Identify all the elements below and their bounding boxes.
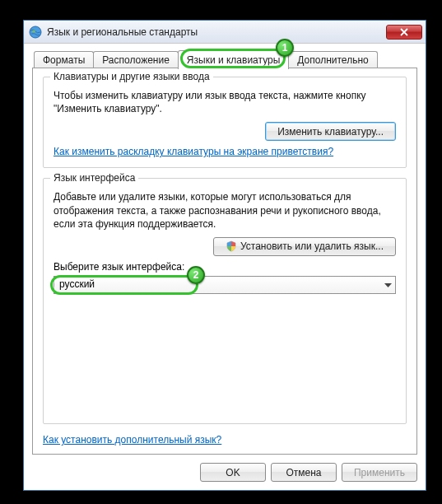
install-remove-language-button[interactable]: Установить или удалить язык... [213, 237, 396, 256]
ok-label: OK [226, 467, 240, 478]
group-ui-language: Язык интерфейса Добавьте или удалите язы… [43, 178, 407, 424]
install-remove-language-label: Установить или удалить язык... [240, 240, 384, 252]
apply-label: Применить [354, 467, 405, 478]
chevron-down-icon [384, 279, 392, 291]
group-keyboards-desc: Чтобы изменить клавиатуру или язык ввода… [54, 89, 396, 115]
change-keyboard-label: Изменить клавиатуру... [277, 126, 384, 138]
tab-panel: Клавиатуры и другие языки ввода Чтобы из… [32, 68, 417, 455]
shield-icon [226, 240, 237, 252]
annotation-badge-1: 1 [276, 39, 294, 57]
annotation-badge-2: 2 [187, 266, 205, 284]
cancel-button[interactable]: Отмена [271, 463, 337, 482]
ui-language-combobox[interactable]: русский [54, 276, 396, 294]
svg-point-0 [30, 26, 41, 38]
window-title: Язык и региональные стандарты [47, 26, 386, 38]
group-ui-language-legend: Язык интерфейса [50, 172, 138, 184]
group-keyboards: Клавиатуры и другие языки ввода Чтобы из… [43, 77, 407, 168]
group-ui-language-desc: Добавьте или удалите языки, которые могу… [54, 190, 396, 231]
tab-formats[interactable]: Форматы [34, 51, 94, 68]
change-keyboard-button[interactable]: Изменить клавиатуру... [265, 122, 396, 141]
close-button[interactable] [386, 25, 422, 40]
globe-icon [29, 26, 42, 39]
tabstrip: Форматы Расположение Языки и клавиатуры … [32, 50, 417, 68]
ui-language-selected: русский [59, 278, 95, 290]
select-language-label: Выберите язык интерфейса: [54, 261, 396, 273]
ok-button[interactable]: OK [200, 463, 266, 482]
dialog-button-row: OK Отмена Применить [32, 455, 417, 482]
tab-advanced[interactable]: Дополнительно [288, 51, 377, 68]
welcome-layout-link[interactable]: Как изменить раскладку клавиатуры на экр… [54, 146, 333, 157]
tab-location[interactable]: Расположение [93, 51, 179, 68]
titlebar[interactable]: Язык и региональные стандарты [24, 21, 426, 44]
tab-keyboards[interactable]: Языки и клавиатуры [178, 50, 289, 69]
dialog-window: Язык и региональные стандарты Форматы Ра… [23, 20, 426, 491]
install-additional-language-link[interactable]: Как установить дополнительный язык? [43, 434, 407, 446]
client-area: Форматы Расположение Языки и клавиатуры … [24, 44, 426, 490]
cancel-label: Отмена [286, 467, 321, 478]
svg-point-1 [32, 30, 35, 32]
apply-button[interactable]: Применить [342, 463, 417, 482]
group-keyboards-legend: Клавиатуры и другие языки ввода [50, 71, 213, 82]
close-icon [400, 28, 408, 36]
